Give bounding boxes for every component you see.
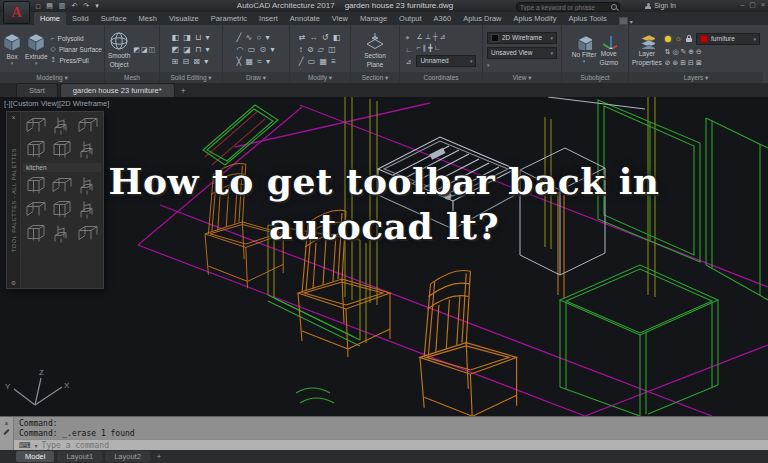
current-layer-dropdown[interactable]: furniture▾: [696, 33, 760, 45]
draw-row-2[interactable]: ◠ ▭ ⊙ ▾: [237, 45, 276, 54]
tab-layout1[interactable]: Layout1: [57, 451, 102, 462]
save-icon[interactable]: ▥: [59, 2, 66, 10]
ucs-named-dropdown[interactable]: Unnamed▾: [416, 55, 476, 67]
layer-thaw-icon[interactable]: ☼: [675, 36, 682, 42]
tab-model[interactable]: Model: [16, 451, 54, 462]
sign-in[interactable]: Sign In: [645, 2, 676, 9]
tab-home[interactable]: Home: [34, 12, 66, 25]
panel-label-view[interactable]: View ▾: [483, 72, 561, 83]
tab-aplus-draw[interactable]: Aplus Draw: [457, 12, 507, 25]
file-tab-drawing[interactable]: garden house 23 furniture*: [60, 83, 175, 97]
solid-editing-row-1[interactable]: ◧ ◨ ⊔ ▾: [171, 33, 210, 42]
panel-label-section[interactable]: Section ▾: [351, 72, 399, 83]
new-drawing-tab-button[interactable]: +: [177, 86, 190, 97]
qat-dropdown-icon[interactable]: ▾: [95, 2, 99, 10]
tab-a360[interactable]: A360: [428, 12, 458, 25]
tab-visualize[interactable]: Visualize: [163, 12, 205, 25]
layer-tools-row-2[interactable]: ⊘ ⊜ ⊞ ⊟ ⊠: [665, 59, 760, 67]
solid-editing-row-3[interactable]: ⊞ ⊟ ⊠ ▾: [171, 57, 210, 66]
panel-label-solid-editing[interactable]: Solid Editing ▾: [160, 72, 222, 83]
new-icon[interactable]: □: [36, 3, 40, 10]
visual-style-dropdown[interactable]: 2D Wireframe▾: [487, 32, 557, 44]
file-tab-start[interactable]: Start: [16, 83, 58, 97]
ucs-icon-button[interactable]: ⌖: [406, 33, 414, 42]
command-history-line: Command: _.erase 1 found: [19, 429, 763, 439]
tab-surface[interactable]: Surface: [95, 12, 133, 25]
close-button[interactable]: ×: [761, 1, 765, 9]
modify-row-3[interactable]: ╱ ▭ ▦ ≡: [299, 57, 342, 66]
panel-label-draw[interactable]: Draw ▾: [223, 72, 289, 83]
palette-close-icon[interactable]: ×: [11, 114, 15, 121]
undo-icon[interactable]: ↶: [71, 2, 77, 10]
tab-aplus-tools[interactable]: Aplus Tools: [562, 12, 612, 25]
drawing-canvas[interactable]: Y Z X [-][Custom View][2D Wireframe] × T…: [0, 97, 768, 416]
solid-editing-row-2[interactable]: ◩ ◪ ⊓ ▾: [171, 45, 210, 54]
ribbon-tab-row: Home Solid Surface Mesh Visualize Parame…: [0, 12, 768, 25]
palette-tool-chair[interactable]: [76, 139, 100, 160]
coordinates-row-2[interactable]: ⌐ ∥ ╋ ∟: [416, 44, 476, 52]
command-close-icon[interactable]: ×: [4, 420, 8, 427]
layer-on-icon[interactable]: [665, 36, 671, 42]
tab-output[interactable]: Output: [393, 12, 428, 25]
tab-annotate[interactable]: Annotate: [284, 12, 326, 25]
panel-label-modify[interactable]: Modify ▾: [290, 72, 350, 83]
modify-row-2[interactable]: ↕ ⊘ ▱ ◫: [299, 45, 342, 54]
panel-label-coordinates[interactable]: Coordinates: [400, 72, 482, 83]
panel-label-subobject[interactable]: Subobject: [562, 72, 628, 83]
tab-mesh[interactable]: Mesh: [133, 12, 163, 25]
panel-label-modeling[interactable]: Modeling ▾: [0, 72, 104, 83]
coordinates-row-1[interactable]: ∠ ⊥ ┼ ⊿: [416, 33, 476, 41]
palette-tool-table[interactable]: [24, 115, 48, 136]
draw-row-3[interactable]: ╳ ▦ ≈ ▾: [237, 57, 276, 66]
palette-tool-cabinet[interactable]: [24, 139, 48, 160]
palette-tool-cabinet[interactable]: [50, 139, 74, 160]
modify-row-1[interactable]: ⇄ ↔ ↺ ◧: [299, 33, 342, 42]
ucs-face-button[interactable]: ⊿: [406, 57, 414, 66]
smooth-object-button[interactable]: SmoothObject: [108, 31, 130, 67]
tab-layout2[interactable]: Layout2: [105, 451, 150, 462]
layer-properties-icon: [639, 33, 655, 49]
tab-aplus-modify[interactable]: Aplus Modify: [508, 12, 563, 25]
no-filter-button[interactable]: No Filter▾: [572, 34, 597, 65]
app-title: AutoCAD Architecture 2017: [237, 1, 335, 10]
help-search-box[interactable]: [516, 2, 620, 12]
palette-properties-icon[interactable]: ⚙: [11, 279, 16, 286]
tab-insert[interactable]: Insert: [253, 12, 284, 25]
tab-solid[interactable]: Solid: [66, 12, 95, 25]
layer-lock-icon[interactable]: [686, 38, 692, 42]
move-gizmo-button[interactable]: MoveGizmo: [599, 33, 618, 65]
press-pull-button[interactable]: ↥Press/Pull: [51, 56, 89, 64]
box-tool-button[interactable]: Box▾: [2, 32, 22, 67]
command-recent-arrow-icon[interactable]: ▾: [35, 442, 38, 449]
section-plane-button[interactable]: SectionPlane: [364, 31, 386, 67]
tab-manage[interactable]: Manage: [354, 12, 393, 25]
polysolid-button[interactable]: ⌐Polysolid: [51, 35, 84, 42]
mesh-side-tools[interactable]: ◩◪◫: [133, 45, 156, 54]
new-layout-button[interactable]: +: [153, 452, 165, 461]
ribbon-options-button[interactable]: ▾: [619, 17, 633, 25]
redo-icon[interactable]: ↷: [83, 2, 89, 10]
layer-properties-button[interactable]: LayerProperties: [632, 33, 662, 65]
layer-tools-row-1[interactable]: ⇅ ◎ ✎ ⊕ ⊖: [665, 48, 760, 56]
draw-row-1[interactable]: ╱ ∿ ○ ▾: [237, 33, 276, 42]
palette-tool-table[interactable]: [76, 115, 100, 136]
extrude-tool-button[interactable]: Extrude▾: [25, 32, 47, 67]
open-icon[interactable]: ▤: [46, 2, 53, 10]
wrench-icon[interactable]: [3, 429, 9, 435]
minimize-button[interactable]: –: [740, 1, 744, 9]
ucs-world-button[interactable]: ∟: [406, 45, 414, 54]
viewport-controls[interactable]: [-][Custom View][2D Wireframe]: [4, 99, 109, 108]
command-input[interactable]: [42, 441, 763, 450]
tab-view[interactable]: View: [326, 12, 354, 25]
named-view-dropdown[interactable]: Unsaved View▾: [487, 47, 557, 59]
palette-tool-chair[interactable]: [50, 115, 74, 136]
application-menu-button[interactable]: A: [3, 1, 30, 24]
planar-surface-button[interactable]: ◇Planar Surface: [51, 45, 102, 53]
search-input[interactable]: [520, 4, 608, 11]
panel-label-mesh[interactable]: Mesh: [105, 72, 159, 83]
ucs-z-label: Z: [39, 368, 44, 377]
maximize-button[interactable]: ▢: [749, 1, 756, 9]
view-more-arrow[interactable]: ▾: [487, 62, 557, 68]
panel-label-layers[interactable]: Layers ▾: [629, 72, 763, 83]
tab-parametric[interactable]: Parametric: [205, 12, 253, 25]
